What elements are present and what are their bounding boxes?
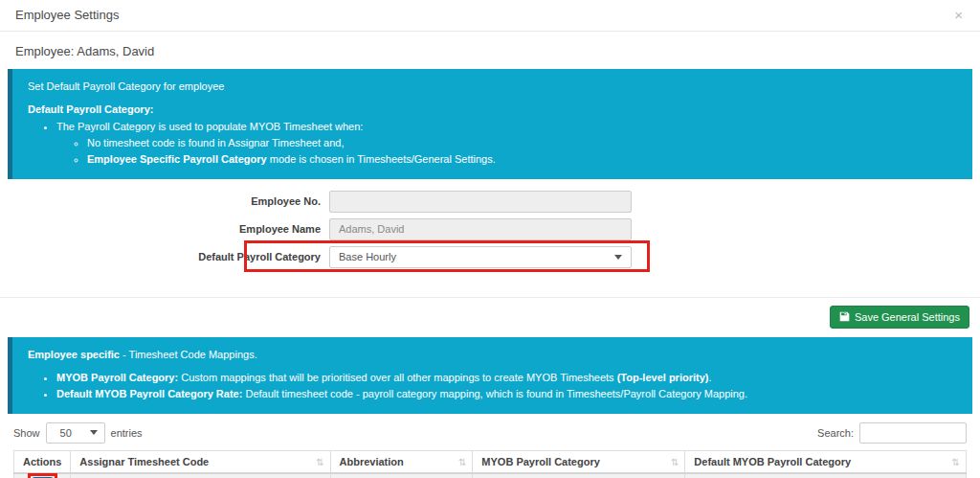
mappings-bullet: MYOB Payroll Category: Custom mappings t… [56,371,957,386]
info-line-1: Set Default Payroll Category for employe… [28,80,957,95]
column-header-actions: Actions [14,450,71,473]
column-header-assignar-timesheet-code[interactable]: Assignar Timesheet Code⇅ [71,450,330,473]
timesheet-code-mappings-table: Actions Assignar Timesheet Code⇅ Abbrevi… [13,450,967,478]
cell-abbreviation: NS - OT [330,473,473,478]
mappings-bullet1-end: . [708,372,711,383]
sort-icon: ⇅ [952,456,960,467]
mappings-info-box: Employee specific - Timesheet Code Mappi… [8,337,972,414]
employee-no-field [329,191,632,213]
info-bullet-text: The Payroll Category is used to populate… [56,121,363,132]
modal-header: Employee Settings × [0,0,980,32]
column-header-myob-payroll-category[interactable]: MYOB Payroll Category⇅ [473,450,685,473]
info-sub-bullet: Employee Specific Payroll Category mode … [87,152,957,168]
page-length-value: 50 [60,427,72,439]
employee-name-field [329,218,632,240]
chevron-down-icon [90,430,98,435]
sort-icon: ⇅ [458,456,466,467]
table-row: ✎ Night Shift Overtime NS - OT Overtime … [14,473,967,478]
mappings-bullet2-rest: Default timesheet code - payroll categor… [242,388,747,399]
show-label: Show [13,427,40,439]
mappings-heading-bold: Employee specific [28,349,120,360]
mappings-bullet1-bold: MYOB Payroll Category: [56,372,178,383]
default-payroll-category-value: Base Hourly [339,251,396,262]
mappings-bullet: Default MYOB Payroll Category Rate: Defa… [56,387,957,402]
info-sub-bullet-rest: mode is chosen in Timesheets/General Set… [267,153,496,165]
chevron-down-icon [614,255,622,260]
search-input[interactable] [859,422,967,444]
cell-default-myob-category: Overtime (2x) [685,473,967,478]
cell-assignar-code: Night Shift Overtime [71,473,330,478]
save-general-settings-label: Save General Settings [855,311,960,323]
search-label: Search: [817,427,854,439]
entries-label: entries [111,427,143,439]
mappings-heading: Employee specific - Timesheet Code Mappi… [28,348,957,363]
default-payroll-category-label: Default Payroll Category [8,251,329,262]
general-settings-form: Employee No. Employee Name Default Payro… [0,191,980,268]
info-bullet: The Payroll Category is used to populate… [56,120,957,168]
mappings-heading-rest: - Timesheet Code Mappings. [120,349,257,360]
employee-section-title: Employee: Adams, David [0,32,980,69]
column-label: Default MYOB Payroll Category [694,456,851,467]
default-payroll-category-select[interactable]: Base Hourly [329,246,632,268]
save-icon [839,311,850,322]
close-icon[interactable]: × [952,8,965,22]
column-label: MYOB Payroll Category [481,456,599,467]
mappings-bullet1-rest: Custom mappings that will be prioritised… [178,372,617,383]
info-heading: Default Payroll Category: [28,102,957,118]
column-label: Actions [23,456,61,467]
column-label: Assignar Timesheet Code [79,456,209,467]
general-info-box: Set Default Payroll Category for employe… [8,69,972,179]
info-sub-bullet-bold: Employee Specific Payroll Category [87,153,267,165]
employee-name-label: Employee Name [8,223,329,235]
cell-myob-category [473,473,685,478]
info-sub-bullet: No timesheet code is found in Assignar T… [87,136,957,151]
sort-icon: ⇅ [316,456,323,467]
employee-no-label: Employee No. [8,195,329,207]
column-header-default-myob-payroll-category[interactable]: Default MYOB Payroll Category⇅ [685,450,967,473]
mappings-bullet2-bold: Default MYOB Payroll Category Rate: [56,388,242,399]
column-header-abbreviation[interactable]: Abbreviation⇅ [330,450,473,473]
page-length-select[interactable]: 50 [46,422,105,444]
save-general-settings-button[interactable]: Save General Settings [830,306,969,329]
modal-title: Employee Settings [15,8,119,22]
page-length-control: Show 50 entries [13,422,143,444]
sort-icon: ⇅ [671,456,679,467]
info-sub-bullet-text: No timesheet code is found in Assignar T… [87,137,344,148]
mappings-bullet1-bold2: (Top-level priority) [617,372,709,383]
search-control: Search: [817,422,967,444]
column-label: Abbreviation [340,456,404,467]
